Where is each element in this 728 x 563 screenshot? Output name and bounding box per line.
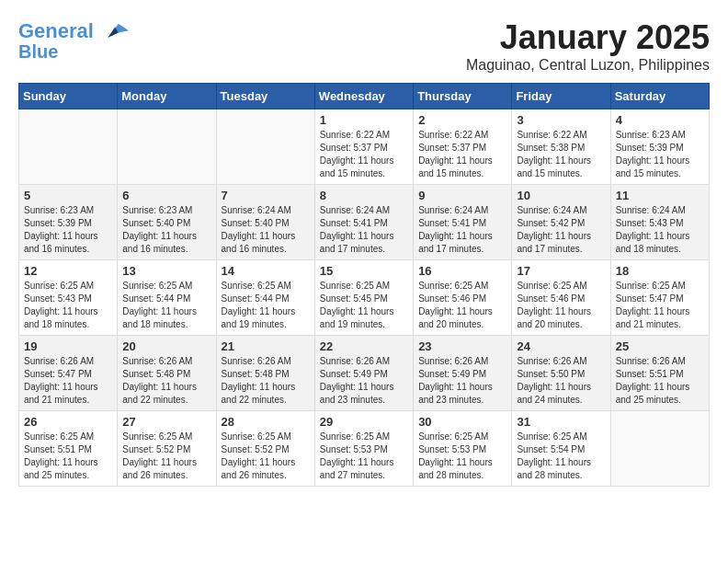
calendar-day-cell: 29Sunrise: 6:25 AM Sunset: 5:53 PM Dayli… <box>314 411 413 487</box>
calendar-week-row: 1Sunrise: 6:22 AM Sunset: 5:37 PM Daylig… <box>19 109 710 185</box>
day-number: 25 <box>616 339 704 353</box>
calendar-day-cell: 4Sunrise: 6:23 AM Sunset: 5:39 PM Daylig… <box>610 109 709 185</box>
calendar-day-cell: 16Sunrise: 6:25 AM Sunset: 5:46 PM Dayli… <box>414 260 512 336</box>
calendar-day-cell: 15Sunrise: 6:25 AM Sunset: 5:45 PM Dayli… <box>314 260 413 336</box>
day-number: 13 <box>122 264 210 278</box>
calendar-day-cell: 12Sunrise: 6:25 AM Sunset: 5:43 PM Dayli… <box>19 260 118 336</box>
calendar-day-cell: 18Sunrise: 6:25 AM Sunset: 5:47 PM Dayli… <box>610 260 709 336</box>
day-info: Sunrise: 6:24 AM Sunset: 5:40 PM Dayligh… <box>222 204 310 256</box>
day-number: 14 <box>222 264 310 278</box>
day-number: 9 <box>418 189 506 202</box>
day-info: Sunrise: 6:23 AM Sunset: 5:39 PM Dayligh… <box>616 129 704 180</box>
day-info: Sunrise: 6:24 AM Sunset: 5:43 PM Dayligh… <box>616 204 704 256</box>
day-number: 17 <box>517 264 605 278</box>
day-number: 22 <box>320 339 408 353</box>
day-info: Sunrise: 6:26 AM Sunset: 5:47 PM Dayligh… <box>24 355 112 407</box>
weekday-header-saturday: Saturday <box>610 84 709 109</box>
weekday-header-row: SundayMondayTuesdayWednesdayThursdayFrid… <box>19 84 710 109</box>
calendar-day-cell: 7Sunrise: 6:24 AM Sunset: 5:40 PM Daylig… <box>216 185 314 260</box>
day-number: 29 <box>320 415 408 429</box>
logo-bird-icon <box>101 18 129 46</box>
day-number: 19 <box>24 339 112 353</box>
calendar-day-cell: 31Sunrise: 6:25 AM Sunset: 5:54 PM Dayli… <box>512 411 610 487</box>
logo: General Blue <box>18 18 129 61</box>
calendar-day-cell: 28Sunrise: 6:25 AM Sunset: 5:52 PM Dayli… <box>216 411 314 487</box>
day-info: Sunrise: 6:26 AM Sunset: 5:51 PM Dayligh… <box>616 355 704 407</box>
calendar-day-cell: 14Sunrise: 6:25 AM Sunset: 5:44 PM Dayli… <box>216 260 314 336</box>
calendar-week-row: 5Sunrise: 6:23 AM Sunset: 5:39 PM Daylig… <box>19 185 710 260</box>
day-number: 18 <box>616 264 704 278</box>
day-info: Sunrise: 6:23 AM Sunset: 5:40 PM Dayligh… <box>122 204 210 256</box>
weekday-header-thursday: Thursday <box>414 84 512 109</box>
weekday-header-wednesday: Wednesday <box>314 84 413 109</box>
calendar-day-cell: 19Sunrise: 6:26 AM Sunset: 5:47 PM Dayli… <box>19 336 118 411</box>
day-info: Sunrise: 6:24 AM Sunset: 5:42 PM Dayligh… <box>517 204 605 256</box>
day-number: 5 <box>24 189 112 202</box>
title-block: January 2025 Maguinao, Central Luzon, Ph… <box>466 18 710 74</box>
day-info: Sunrise: 6:25 AM Sunset: 5:53 PM Dayligh… <box>320 431 408 482</box>
calendar-table: SundayMondayTuesdayWednesdayThursdayFrid… <box>18 83 710 487</box>
calendar-day-cell: 10Sunrise: 6:24 AM Sunset: 5:42 PM Dayli… <box>512 185 610 260</box>
calendar-day-cell: 13Sunrise: 6:25 AM Sunset: 5:44 PM Dayli… <box>118 260 216 336</box>
calendar-week-row: 26Sunrise: 6:25 AM Sunset: 5:51 PM Dayli… <box>19 411 710 487</box>
day-number: 16 <box>418 264 506 278</box>
calendar-day-cell: 3Sunrise: 6:22 AM Sunset: 5:38 PM Daylig… <box>512 109 610 185</box>
calendar-day-cell: 23Sunrise: 6:26 AM Sunset: 5:49 PM Dayli… <box>414 336 512 411</box>
day-number: 7 <box>222 189 310 202</box>
day-number: 1 <box>320 113 408 127</box>
day-info: Sunrise: 6:25 AM Sunset: 5:44 PM Dayligh… <box>222 280 310 331</box>
calendar-day-cell: 1Sunrise: 6:22 AM Sunset: 5:37 PM Daylig… <box>314 109 413 185</box>
calendar-day-cell: 9Sunrise: 6:24 AM Sunset: 5:41 PM Daylig… <box>414 185 512 260</box>
day-number: 31 <box>517 415 605 429</box>
calendar-day-cell: 2Sunrise: 6:22 AM Sunset: 5:37 PM Daylig… <box>414 109 512 185</box>
page-header: General Blue January 2025 Maguinao, Cent… <box>18 18 710 74</box>
day-number: 11 <box>616 189 704 202</box>
day-info: Sunrise: 6:25 AM Sunset: 5:52 PM Dayligh… <box>122 431 210 482</box>
day-info: Sunrise: 6:25 AM Sunset: 5:43 PM Dayligh… <box>24 280 112 331</box>
location-title: Maguinao, Central Luzon, Philippines <box>466 57 710 74</box>
day-number: 6 <box>122 189 210 202</box>
day-number: 8 <box>320 189 408 202</box>
day-info: Sunrise: 6:25 AM Sunset: 5:46 PM Dayligh… <box>418 280 506 331</box>
weekday-header-tuesday: Tuesday <box>216 84 314 109</box>
calendar-day-cell: 22Sunrise: 6:26 AM Sunset: 5:49 PM Dayli… <box>314 336 413 411</box>
day-number: 20 <box>122 339 210 353</box>
calendar-day-cell <box>610 411 709 487</box>
day-number: 21 <box>222 339 310 353</box>
weekday-header-friday: Friday <box>512 84 610 109</box>
calendar-day-cell: 20Sunrise: 6:26 AM Sunset: 5:48 PM Dayli… <box>118 336 216 411</box>
month-title: January 2025 <box>466 18 710 57</box>
calendar-day-cell: 6Sunrise: 6:23 AM Sunset: 5:40 PM Daylig… <box>118 185 216 260</box>
day-info: Sunrise: 6:25 AM Sunset: 5:46 PM Dayligh… <box>517 280 605 331</box>
day-number: 3 <box>517 113 605 127</box>
day-info: Sunrise: 6:22 AM Sunset: 5:37 PM Dayligh… <box>418 129 506 180</box>
calendar-day-cell: 30Sunrise: 6:25 AM Sunset: 5:53 PM Dayli… <box>414 411 512 487</box>
day-info: Sunrise: 6:25 AM Sunset: 5:44 PM Dayligh… <box>122 280 210 331</box>
day-info: Sunrise: 6:25 AM Sunset: 5:52 PM Dayligh… <box>222 431 310 482</box>
day-info: Sunrise: 6:26 AM Sunset: 5:48 PM Dayligh… <box>122 355 210 407</box>
calendar-day-cell <box>216 109 314 185</box>
day-info: Sunrise: 6:25 AM Sunset: 5:47 PM Dayligh… <box>616 280 704 331</box>
day-number: 10 <box>517 189 605 202</box>
day-number: 28 <box>222 415 310 429</box>
calendar-day-cell: 25Sunrise: 6:26 AM Sunset: 5:51 PM Dayli… <box>610 336 709 411</box>
day-info: Sunrise: 6:26 AM Sunset: 5:49 PM Dayligh… <box>320 355 408 407</box>
day-info: Sunrise: 6:25 AM Sunset: 5:54 PM Dayligh… <box>517 431 605 482</box>
day-number: 26 <box>24 415 112 429</box>
calendar-day-cell: 24Sunrise: 6:26 AM Sunset: 5:50 PM Dayli… <box>512 336 610 411</box>
day-info: Sunrise: 6:25 AM Sunset: 5:53 PM Dayligh… <box>418 431 506 482</box>
day-info: Sunrise: 6:22 AM Sunset: 5:38 PM Dayligh… <box>517 129 605 180</box>
calendar-day-cell: 17Sunrise: 6:25 AM Sunset: 5:46 PM Dayli… <box>512 260 610 336</box>
calendar-day-cell: 11Sunrise: 6:24 AM Sunset: 5:43 PM Dayli… <box>610 185 709 260</box>
calendar-week-row: 12Sunrise: 6:25 AM Sunset: 5:43 PM Dayli… <box>19 260 710 336</box>
calendar-day-cell: 8Sunrise: 6:24 AM Sunset: 5:41 PM Daylig… <box>314 185 413 260</box>
day-info: Sunrise: 6:24 AM Sunset: 5:41 PM Dayligh… <box>418 204 506 256</box>
calendar-day-cell: 27Sunrise: 6:25 AM Sunset: 5:52 PM Dayli… <box>118 411 216 487</box>
day-number: 30 <box>418 415 506 429</box>
day-number: 2 <box>418 113 506 127</box>
day-info: Sunrise: 6:25 AM Sunset: 5:51 PM Dayligh… <box>24 431 112 482</box>
calendar-day-cell: 21Sunrise: 6:26 AM Sunset: 5:48 PM Dayli… <box>216 336 314 411</box>
calendar-day-cell: 26Sunrise: 6:25 AM Sunset: 5:51 PM Dayli… <box>19 411 118 487</box>
day-number: 15 <box>320 264 408 278</box>
day-info: Sunrise: 6:24 AM Sunset: 5:41 PM Dayligh… <box>320 204 408 256</box>
